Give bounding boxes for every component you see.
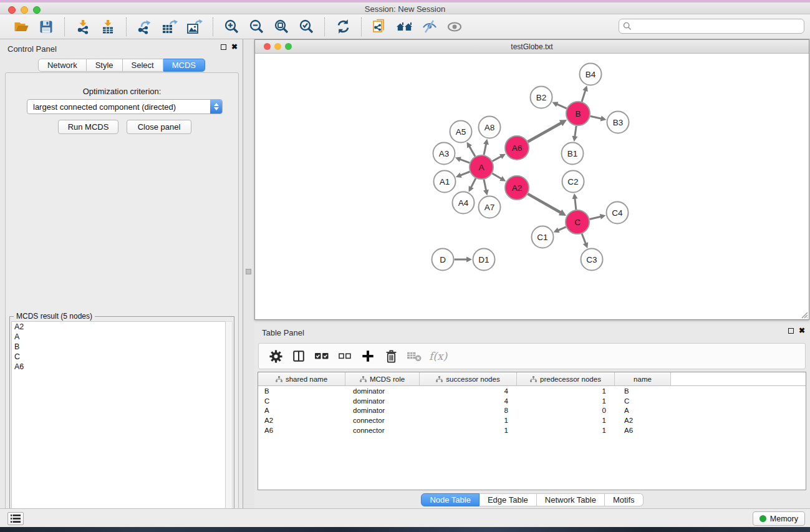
result-list-item[interactable]: A6 bbox=[12, 362, 226, 372]
edge-C-C1[interactable] bbox=[557, 227, 566, 231]
settings-gear-icon[interactable] bbox=[266, 347, 285, 365]
node-A3[interactable]: A3 bbox=[433, 143, 455, 165]
result-list-scrollbar[interactable] bbox=[225, 321, 233, 528]
node-A[interactable]: A bbox=[470, 155, 493, 179]
node-C2[interactable]: C2 bbox=[562, 171, 584, 193]
table-row[interactable]: Adominator80A bbox=[258, 405, 806, 415]
edge-C-C3[interactable] bbox=[582, 234, 586, 244]
float-table-panel-icon[interactable] bbox=[788, 328, 794, 334]
edge-B-B3[interactable] bbox=[591, 116, 602, 118]
edge-A6-B[interactable] bbox=[528, 122, 562, 142]
import-network-icon[interactable] bbox=[72, 17, 94, 37]
node-D1[interactable]: D1 bbox=[473, 249, 495, 271]
close-table-panel-icon[interactable]: ✖ bbox=[799, 327, 805, 334]
edge-A-A2[interactable] bbox=[492, 173, 502, 179]
export-network-icon[interactable] bbox=[134, 17, 155, 37]
table-row[interactable]: Cdominator41C bbox=[258, 396, 806, 406]
result-list-item[interactable]: C bbox=[12, 352, 226, 362]
tab-edge-table[interactable]: Edge Table bbox=[480, 493, 537, 506]
column-header-shared-name[interactable]: shared name bbox=[258, 372, 345, 385]
column-header-predecessor-nodes[interactable]: predecessor nodes bbox=[517, 372, 615, 385]
result-list-item[interactable]: B bbox=[12, 342, 226, 352]
node-A1[interactable]: A1 bbox=[434, 171, 456, 193]
open-session-icon[interactable] bbox=[11, 17, 32, 37]
column-header-MCDS-role[interactable]: MCDS role bbox=[345, 372, 420, 385]
edge-C-C2[interactable] bbox=[575, 198, 576, 210]
node-A7[interactable]: A7 bbox=[479, 196, 501, 218]
node-B4[interactable]: B4 bbox=[580, 64, 602, 85]
delete-column-icon[interactable] bbox=[382, 347, 400, 365]
network-graph-canvas[interactable]: AA1A2A3A4A5A6A7A8BB1B2B3B4CC1C2C3C4DD1 bbox=[255, 54, 809, 319]
refresh-layout-icon[interactable] bbox=[332, 17, 354, 37]
table-row[interactable]: A6connector11A6 bbox=[258, 425, 806, 435]
table-row[interactable]: A2connector11A2 bbox=[258, 415, 806, 425]
edge-A-A8[interactable] bbox=[484, 143, 486, 155]
new-network-from-selection-icon[interactable] bbox=[369, 17, 390, 37]
criterion-dropdown[interactable]: largest connected component (directed) bbox=[27, 99, 223, 114]
network-window-titlebar[interactable]: testGlobe.txt bbox=[255, 40, 809, 54]
node-A5[interactable]: A5 bbox=[450, 121, 472, 143]
edge-B-B4[interactable] bbox=[582, 90, 586, 102]
tab-mcds[interactable]: MCDS bbox=[163, 59, 205, 72]
node-B[interactable]: B bbox=[566, 102, 590, 125]
tab-motifs[interactable]: Motifs bbox=[605, 493, 644, 506]
node-A4[interactable]: A4 bbox=[453, 192, 475, 214]
column-visibility-icon[interactable] bbox=[289, 347, 308, 365]
hide-selected-icon[interactable] bbox=[419, 17, 440, 37]
save-session-icon[interactable] bbox=[36, 17, 57, 37]
export-table-icon[interactable] bbox=[159, 17, 180, 37]
edge-B-B1[interactable] bbox=[575, 126, 577, 137]
tab-select[interactable]: Select bbox=[123, 59, 163, 72]
zoom-selected-icon[interactable] bbox=[296, 17, 317, 37]
table-row[interactable]: Bdominator41B bbox=[258, 386, 806, 396]
edge-A-A5[interactable] bbox=[469, 146, 475, 157]
node-A6[interactable]: A6 bbox=[505, 136, 529, 160]
run-mcds-button[interactable]: Run MCDS bbox=[58, 120, 118, 134]
select-all-icon[interactable] bbox=[312, 347, 331, 365]
node-C3[interactable]: C3 bbox=[581, 249, 603, 271]
node-A2[interactable]: A2 bbox=[505, 176, 529, 200]
add-column-icon[interactable] bbox=[359, 347, 377, 365]
column-header-successor-nodes[interactable]: successor nodes bbox=[420, 372, 517, 385]
edge-B-B2[interactable] bbox=[556, 104, 567, 108]
node-A8[interactable]: A8 bbox=[479, 117, 501, 138]
result-list-item[interactable]: A2 bbox=[12, 322, 226, 332]
zoom-out-icon[interactable] bbox=[246, 17, 267, 37]
edge-A-A4[interactable] bbox=[471, 178, 476, 188]
search-input[interactable] bbox=[619, 19, 804, 34]
node-B3[interactable]: B3 bbox=[607, 112, 629, 133]
node-D[interactable]: D bbox=[432, 249, 454, 271]
delete-table-icon[interactable] bbox=[405, 347, 423, 365]
result-list-item[interactable]: A bbox=[12, 332, 226, 342]
export-image-icon[interactable] bbox=[184, 17, 205, 37]
edge-A-A1[interactable] bbox=[460, 172, 470, 175]
node-B1[interactable]: B1 bbox=[562, 143, 584, 165]
tab-network-table[interactable]: Network Table bbox=[537, 493, 605, 506]
float-panel-icon[interactable] bbox=[221, 44, 226, 50]
tab-network[interactable]: Network bbox=[38, 59, 87, 72]
edge-A2-C[interactable] bbox=[528, 194, 561, 213]
tab-style[interactable]: Style bbox=[87, 59, 123, 72]
window-resize-grip-icon[interactable] bbox=[799, 310, 808, 319]
zoom-fit-icon[interactable] bbox=[271, 17, 292, 37]
node-B2[interactable]: B2 bbox=[531, 87, 552, 109]
task-history-button[interactable] bbox=[7, 512, 24, 525]
node-C1[interactable]: C1 bbox=[532, 226, 554, 248]
edge-A-A7[interactable] bbox=[484, 180, 486, 191]
memory-button[interactable]: Memory bbox=[753, 511, 805, 526]
zoom-in-icon[interactable] bbox=[221, 17, 242, 37]
show-all-icon[interactable] bbox=[444, 17, 465, 37]
node-C[interactable]: C bbox=[566, 210, 589, 234]
edge-A-A3[interactable] bbox=[459, 159, 470, 163]
tab-node-table[interactable]: Node Table bbox=[421, 493, 480, 506]
edge-C-C4[interactable] bbox=[589, 216, 601, 220]
edge-A-A6[interactable] bbox=[493, 156, 502, 161]
node-C4[interactable]: C4 bbox=[607, 202, 629, 224]
import-table-icon[interactable] bbox=[97, 17, 118, 37]
close-panel-button[interactable]: Close panel bbox=[127, 120, 191, 134]
column-header-name[interactable]: name bbox=[615, 372, 671, 385]
close-panel-icon[interactable]: ✖ bbox=[231, 44, 238, 51]
vertical-splitter-handle[interactable] bbox=[246, 269, 251, 274]
function-builder-icon[interactable]: f(x) bbox=[429, 350, 447, 362]
deselect-all-icon[interactable] bbox=[335, 347, 354, 365]
